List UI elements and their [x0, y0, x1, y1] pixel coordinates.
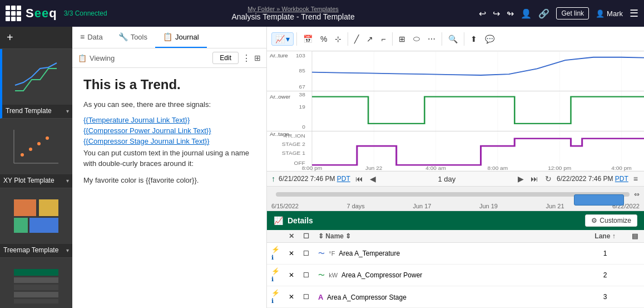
row-x-1[interactable]: ✕	[284, 243, 299, 265]
overview-bar: ⇔	[267, 186, 644, 202]
chart-nav-bar: ↑ 6/21/2022 7:46 PM PDT ⏮ ◀ 1 day ▶ ⏭ ↻ …	[267, 171, 644, 186]
svg-rect-11	[14, 218, 28, 233]
nav-settings-icon[interactable]: ≡	[632, 174, 640, 184]
nav-end-time: 6/22/2022 7:46 PM PDT	[557, 175, 628, 183]
nav-forward-btn[interactable]: ▶	[516, 174, 526, 184]
journal-tab-icon: 📋	[163, 32, 172, 41]
panel-toolbar: 📋 Viewing Edit ⋮ ⊞	[72, 48, 266, 68]
edit-button[interactable]: Edit	[212, 52, 239, 64]
journal-link-compressor-power[interactable]: {{Compressor Power Journal Link Text}}	[83, 126, 255, 135]
details-panel: 📈 Details ⚙ Customize ✕ ☐ ⇕ Name ⇕	[267, 211, 644, 308]
customize-button[interactable]: ⚙ Customize	[585, 214, 637, 227]
info-icon-3[interactable]: ℹ	[271, 297, 274, 304]
row-lane-1: 1	[583, 243, 627, 265]
breadcrumb[interactable]: My Folder » Workbook Templates	[113, 6, 474, 12]
viewing-icon: 📋	[78, 54, 87, 62]
percent-btn[interactable]: %	[317, 32, 330, 46]
nav-step-back-btn[interactable]: ⏮	[354, 174, 365, 184]
row-x-2[interactable]: ✕	[284, 265, 299, 286]
step-btn[interactable]: ⌐	[378, 32, 389, 46]
separator-2	[348, 32, 348, 46]
apps-icon[interactable]	[6, 6, 21, 21]
expand-icon[interactable]: ⊞	[254, 53, 261, 62]
share-icon[interactable]: 🔗	[538, 8, 549, 19]
comment-btn[interactable]: 💬	[482, 32, 498, 46]
line2-btn[interactable]: ↗	[363, 32, 377, 46]
unit-1: °F	[329, 250, 335, 257]
overview-expand-icon[interactable]: ⇔	[634, 190, 640, 198]
info-icon-1[interactable]: ℹ	[271, 254, 274, 261]
details-header: 📈 Details ⚙ Customize	[267, 211, 644, 230]
svg-text:38: 38	[299, 91, 305, 97]
title-area: My Folder » Workbook Templates Analysis …	[113, 6, 474, 21]
sidebar-item-treemap-label: Treemap Template ▾	[0, 244, 72, 257]
tab-journal[interactable]: 📋 Journal	[155, 27, 207, 48]
overview-date-jun17: Jun 17	[413, 203, 431, 209]
undo-icon[interactable]: ↩	[479, 8, 486, 19]
top-bar-actions: ↩ ↪ ↬ 👤 🔗 Get link 👤 Mark ☰	[479, 7, 638, 19]
journal-favorite: My favorite color is {{favorite color}}.	[83, 175, 255, 186]
cursor-btn[interactable]: ⊹	[331, 32, 345, 46]
sidebar-item-trend[interactable]: Trend Template ▾	[0, 49, 72, 119]
nav-refresh-btn[interactable]: ↻	[543, 174, 553, 184]
svg-text:8:00 pm: 8:00 pm	[302, 165, 323, 171]
trend-view-button[interactable]: 📈 ▾	[271, 32, 294, 46]
details-title: Details	[288, 216, 313, 225]
panel-tabs: ≡ Data 🔧 Tools 📋 Journal	[72, 27, 266, 48]
info-icon-2[interactable]: ℹ	[271, 276, 274, 282]
overview-date-jun19: Jun 19	[479, 203, 498, 209]
signal-wave-icon-2: 〜	[318, 271, 325, 279]
table-row: ⚡ ℹ ✕ ☐ 〜 kW Area A_Compressor Power 2	[267, 265, 644, 286]
tab-data[interactable]: ≡ Data	[72, 27, 111, 48]
nav-duration: 1 day	[381, 175, 513, 183]
row-check-2[interactable]: ☐	[299, 265, 314, 286]
svg-point-3	[29, 148, 32, 151]
table-row: ⚡ ℹ ✕ ☐ 〜 °F Area A_Temperature 1	[267, 243, 644, 265]
add-button[interactable]: +	[0, 27, 72, 49]
export-btn[interactable]: ⬆	[467, 32, 480, 46]
nav-back-btn[interactable]: ◀	[368, 174, 378, 184]
signal-icon-3: ⚡	[271, 289, 280, 297]
more-options-icon[interactable]: ⋮	[242, 53, 251, 63]
capsule-btn[interactable]: ⬭	[410, 32, 423, 46]
user-menu[interactable]: 👤 Mark	[596, 9, 623, 18]
logo-area: Seeq 3/3 Connected	[6, 6, 107, 21]
row-x-3[interactable]: ✕	[284, 286, 299, 308]
row-check-1[interactable]: ☐	[299, 243, 314, 265]
svg-rect-15	[14, 277, 58, 283]
svg-text:4:00 pm: 4:00 pm	[611, 165, 632, 171]
svg-text:19: 19	[299, 104, 305, 110]
redo2-icon[interactable]: ↬	[507, 8, 514, 19]
signal-wave-icon-1: 〜	[318, 250, 325, 257]
svg-point-2	[21, 153, 24, 157]
sidebar: + Trend Template ▾	[0, 27, 72, 308]
trend-thumb	[2, 49, 72, 105]
hamburger-menu[interactable]: ☰	[630, 7, 638, 19]
signal-icon-2: ⚡	[271, 267, 280, 275]
svg-text:Ar..ture: Ar..ture	[270, 52, 288, 58]
col-x: ✕	[284, 230, 299, 243]
users-icon[interactable]: 👤	[521, 8, 532, 19]
sidebar-item-xyplot[interactable]: XY Plot Template ▾	[0, 119, 72, 188]
tab-tools[interactable]: 🔧 Tools	[111, 27, 155, 48]
more-btn[interactable]: ⋯	[424, 32, 439, 46]
row-name-1: 〜 °F Area A_Temperature	[314, 243, 583, 265]
journal-link-temperature[interactable]: {{Temperature Journal Link Text}}	[83, 116, 255, 124]
get-link-button[interactable]: Get link	[556, 7, 589, 19]
sidebar-item-table[interactable]: Table Template ▾	[0, 258, 72, 308]
line-btn[interactable]: ╱	[351, 32, 362, 46]
nav-step-forward-btn[interactable]: ⏭	[529, 174, 540, 184]
journal-link-compressor-stage[interactable]: {{Compressor Stage Journal Link Text}}	[83, 137, 255, 145]
zoom-btn[interactable]: 🔍	[445, 32, 461, 46]
calendar-btn[interactable]: 📅	[300, 32, 316, 46]
treemap-thumb	[0, 188, 72, 244]
redo-icon[interactable]: ↪	[493, 8, 500, 19]
grid-btn[interactable]: ⊞	[395, 32, 409, 46]
col-name: ⇕ Name ⇕	[314, 230, 583, 243]
sidebar-item-treemap[interactable]: Treemap Template ▾	[0, 188, 72, 258]
details-chart-icon: 📈	[274, 216, 283, 225]
row-check-3[interactable]: ☐	[299, 286, 314, 308]
signal-letter-icon-3: A	[318, 293, 323, 301]
overview-window[interactable]	[574, 194, 624, 206]
journal-intro: As you can see, there are three signals:	[83, 99, 255, 110]
